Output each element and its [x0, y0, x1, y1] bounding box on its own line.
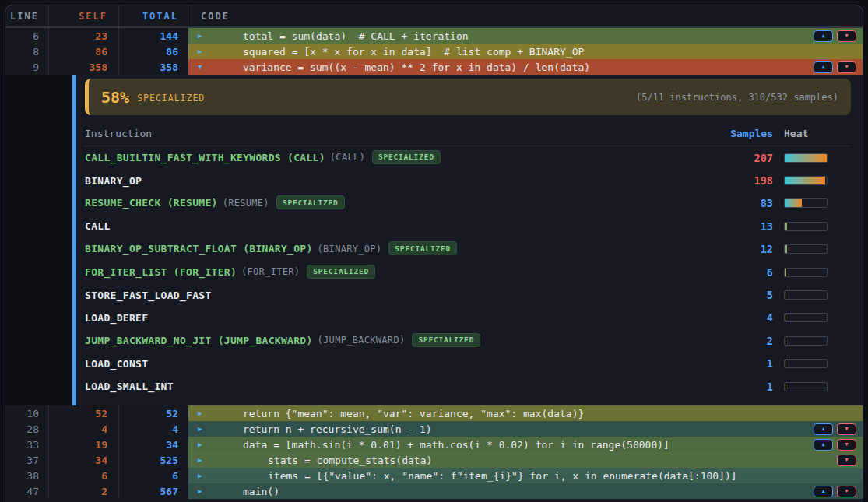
instruction-row: CALL_BUILTIN_FAST_WITH_KEYWORDS (CALL)(C… — [85, 146, 851, 169]
instruction-opcode: LOAD_CONST — [85, 358, 148, 370]
move-up-button[interactable]: ▲ — [814, 486, 833, 497]
code-row-line-38: 3866▶items = [{"value": x, "name": f"ite… — [5, 468, 863, 483]
instruction-samples-value: 2 — [726, 335, 773, 347]
line-number-cell: 10 — [5, 405, 49, 421]
collapse-icon[interactable]: ▼ — [198, 64, 202, 71]
instruction-row: LOAD_SMALL_INT1 — [85, 375, 851, 398]
instruction-base-opcode: (RESUME) — [223, 198, 269, 209]
heat-bar-fill — [785, 154, 827, 162]
code-line-text: return {"mean": mean, "var": variance, "… — [243, 408, 584, 420]
code-line-text: return n + recursive_sum(n - 1) — [243, 423, 432, 435]
line-number-cell: 8 — [5, 44, 49, 59]
header-samples[interactable]: Samples — [726, 128, 773, 139]
code-cell[interactable]: ▶items = [{"value": x, "name": f"item_{i… — [188, 468, 863, 483]
move-up-button[interactable]: ▲ — [814, 61, 833, 73]
heat-bar — [784, 244, 828, 254]
move-down-button[interactable]: ▼ — [837, 423, 856, 435]
heat-bar-fill — [785, 245, 787, 253]
heat-bar-fill — [785, 223, 787, 230]
code-row-line-33: 331934▶data = [math.sin(i * 0.01) + math… — [5, 437, 863, 452]
specialized-badge: SPECIALIZED — [276, 195, 345, 209]
self-samples-cell: 23 — [49, 28, 119, 44]
move-down-button[interactable]: ▼ — [837, 30, 856, 42]
code-cell[interactable]: ▼variance = sum((x - mean) ** 2 for x in… — [188, 59, 863, 75]
heat-bar — [784, 176, 828, 185]
specialized-label: SPECIALIZED — [137, 93, 205, 104]
heat-bar-fill — [785, 177, 825, 184]
code-cell[interactable]: ▶stats = compute_stats(data)▼ — [188, 452, 863, 468]
specialization-banner: 58% SPECIALIZED (5/11 instructions, 310/… — [85, 79, 851, 115]
heat-bar — [784, 313, 828, 322]
instruction-opcode: FOR_ITER_LIST (FOR_ITER) — [85, 265, 237, 277]
code-row-line-8: 88686▶squared = [x * x for x in data] # … — [5, 44, 863, 59]
heat-bar — [784, 290, 828, 300]
move-down-button[interactable]: ▼ — [837, 486, 856, 497]
code-cell[interactable]: ▶data = [math.sin(i * 0.01) + math.cos(i… — [188, 437, 863, 452]
expand-icon[interactable]: ▶ — [198, 472, 202, 479]
instruction-name: RESUME_CHECK (RESUME)(RESUME)SPECIALIZED — [85, 196, 726, 210]
instruction-opcode: CALL — [85, 220, 111, 232]
specialized-percent: 58% — [101, 88, 129, 107]
instruction-samples-value: 83 — [726, 197, 773, 209]
line-number-cell: 6 — [5, 28, 49, 44]
code-cell[interactable]: ▶return {"mean": mean, "var": variance, … — [188, 405, 863, 421]
self-samples-cell: 4 — [49, 421, 119, 437]
move-down-button[interactable]: ▼ — [837, 439, 856, 451]
heat-bar-fill — [785, 314, 785, 321]
line-number-cell: 37 — [5, 452, 49, 468]
total-samples-cell: 4 — [119, 421, 188, 437]
instruction-base-opcode: (JUMP_BACKWARD) — [318, 335, 406, 346]
instruction-row: FOR_ITER_LIST (FOR_ITER)(FOR_ITER)SPECIA… — [85, 261, 851, 283]
code-row-line-37: 3734525▶stats = compute_stats(data)▼ — [5, 452, 863, 468]
self-samples-cell: 6 — [49, 468, 119, 483]
code-row-line-9: 9358358▼variance = sum((x - mean) ** 2 f… — [5, 59, 863, 75]
self-samples-cell: 19 — [49, 437, 119, 452]
heat-bar — [784, 153, 828, 163]
heat-bar — [784, 336, 828, 346]
total-samples-cell: 86 — [119, 44, 188, 59]
code-row-line-6: 623144▶total = sum(data) # CALL + iterat… — [5, 28, 863, 44]
instruction-opcode: LOAD_DEREF — [85, 312, 148, 324]
instruction-samples-value: 198 — [726, 174, 773, 187]
instruction-table-header: Instruction Samples Heat — [85, 115, 851, 146]
heat-bar — [784, 222, 828, 231]
expand-icon[interactable]: ▶ — [198, 33, 202, 40]
header-line: LINE — [5, 5, 49, 26]
move-up-button[interactable]: ▲ — [814, 30, 833, 42]
code-line-text: variance = sum((x - mean) ** 2 for x in … — [243, 61, 590, 73]
total-samples-cell: 6 — [119, 468, 188, 483]
instruction-rows: CALL_BUILTIN_FAST_WITH_KEYWORDS (CALL)(C… — [85, 146, 851, 398]
specialized-badge: SPECIALIZED — [307, 265, 375, 279]
move-up-button[interactable]: ▲ — [814, 423, 833, 435]
total-samples-cell: 34 — [119, 437, 188, 452]
expand-icon[interactable]: ▶ — [198, 426, 202, 433]
heat-bar — [784, 268, 828, 277]
move-up-button[interactable]: ▲ — [814, 439, 833, 451]
self-samples-cell: 34 — [49, 452, 119, 468]
move-down-button[interactable]: ▼ — [837, 455, 856, 466]
expand-icon[interactable]: ▶ — [198, 410, 202, 417]
instruction-name: BINARY_OP_SUBTRACT_FLOAT (BINARY_OP)(BIN… — [85, 242, 726, 256]
self-samples-cell: 358 — [49, 59, 119, 75]
code-cell[interactable]: ▶main()▲▼ — [188, 483, 863, 499]
heat-bar — [784, 198, 828, 208]
instruction-base-opcode: (CALL) — [330, 152, 365, 163]
move-down-button[interactable]: ▼ — [837, 61, 856, 73]
code-cell[interactable]: ▶return n + recursive_sum(n - 1)▲▼ — [188, 421, 863, 437]
code-cell[interactable]: ▶squared = [x * x for x in data] # list … — [188, 44, 863, 59]
instruction-samples-value: 4 — [726, 311, 773, 324]
instruction-name: BINARY_OP — [85, 175, 726, 187]
instruction-row: CALL13 — [85, 215, 851, 237]
instruction-opcode: RESUME_CHECK (RESUME) — [85, 197, 218, 209]
instruction-row: JUMP_BACKWARD_NO_JIT (JUMP_BACKWARD)(JUM… — [85, 329, 851, 352]
code-line-text: squared = [x * x for x in data] # list c… — [243, 46, 584, 58]
code-cell[interactable]: ▶total = sum(data) # CALL + iteration▲▼ — [188, 28, 863, 44]
expand-icon[interactable]: ▶ — [198, 441, 202, 448]
heat-bar — [784, 382, 828, 391]
expand-icon[interactable]: ▶ — [198, 457, 202, 464]
instruction-row: STORE_FAST_LOAD_FAST5 — [85, 283, 851, 306]
expand-icon[interactable]: ▶ — [198, 488, 202, 495]
heat-bar-fill — [785, 337, 785, 345]
expand-icon[interactable]: ▶ — [198, 48, 202, 55]
header-instruction: Instruction — [85, 128, 726, 139]
